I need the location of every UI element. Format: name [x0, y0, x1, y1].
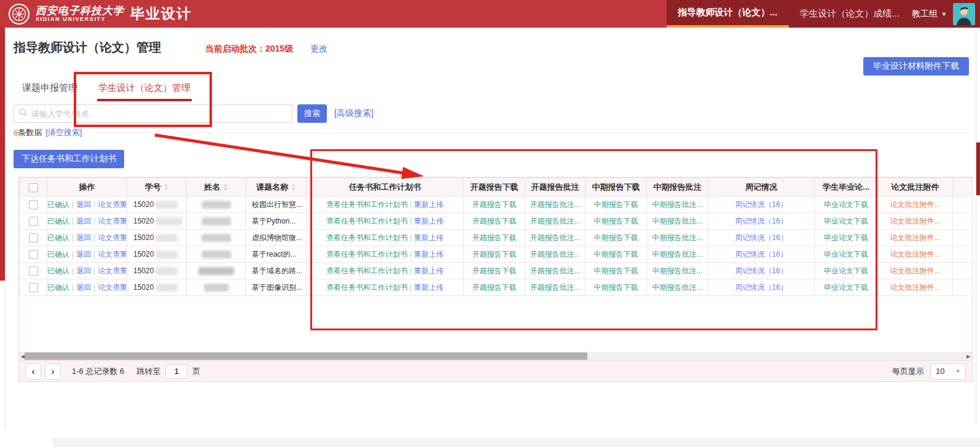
opening-report-annotation-link[interactable]: 开题报告批注...: [530, 266, 580, 275]
mid-report-download-link[interactable]: 中期报告下载: [594, 266, 638, 275]
opening-report-download-link[interactable]: 开题报告下载: [472, 283, 517, 292]
tab-topic-application[interactable]: 课题申报管理: [22, 82, 77, 101]
nav-tab-teacher-design[interactable]: 指导教师设计（论文）...: [667, 0, 789, 28]
confirm-link[interactable]: 已确认: [47, 250, 69, 258]
reupload-link[interactable]: 重新上传: [414, 266, 444, 275]
weekly-journal-link[interactable]: 周记情况（16）: [735, 283, 787, 292]
scrollbar-thumb[interactable]: [25, 352, 587, 360]
return-link[interactable]: 退回: [76, 233, 91, 242]
row-checkbox[interactable]: [29, 200, 38, 209]
weekly-journal-link[interactable]: 周记情况（16）: [735, 233, 787, 242]
mid-report-annotation-link[interactable]: 中期报告批注...: [652, 233, 702, 242]
row-checkbox[interactable]: [29, 233, 38, 243]
annotation-attachment-link[interactable]: 论文批注附件...: [890, 283, 940, 292]
annotation-attachment-link[interactable]: 论文批注附件...: [890, 200, 940, 209]
opening-report-download-link[interactable]: 开题报告下载: [472, 233, 517, 242]
annotation-attachment-link[interactable]: 论文批注附件...: [890, 250, 940, 258]
sort-arrows-icon[interactable]: ▲▼: [164, 184, 168, 191]
opening-report-download-link[interactable]: 开题报告下载: [472, 266, 517, 275]
plagiarism-check-link[interactable]: 论文查重: [98, 233, 127, 242]
return-link[interactable]: 退回: [76, 250, 91, 258]
mid-report-annotation-link[interactable]: 中期报告批注...: [652, 283, 702, 292]
opening-report-annotation-link[interactable]: 开题报告批注...: [530, 250, 580, 258]
reupload-link[interactable]: 重新上传: [414, 217, 444, 225]
return-link[interactable]: 退回: [76, 200, 91, 209]
sort-arrows-icon[interactable]: ▲▼: [291, 184, 296, 191]
mid-report-download-link[interactable]: 中期报告下载: [594, 233, 638, 242]
select-all-checkbox[interactable]: [29, 183, 38, 192]
view-task-book-link[interactable]: 查看任务书和工作计划书: [326, 233, 407, 242]
reupload-link[interactable]: 重新上传: [414, 233, 444, 242]
view-task-book-link[interactable]: 查看任务书和工作计划书: [326, 250, 407, 258]
user-group-label[interactable]: 教工组: [912, 9, 938, 20]
weekly-journal-link[interactable]: 周记情况（16）: [735, 250, 787, 258]
reupload-link[interactable]: 重新上传: [414, 200, 444, 209]
opening-report-annotation-link[interactable]: 开题报告批注...: [530, 233, 580, 242]
column-header[interactable]: 学号▲▼: [127, 178, 187, 196]
return-link[interactable]: 退回: [76, 283, 91, 292]
page-number-input[interactable]: [165, 364, 187, 379]
mid-report-download-link[interactable]: 中期报告下载: [594, 217, 638, 225]
reupload-link[interactable]: 重新上传: [414, 283, 444, 292]
return-link[interactable]: 退回: [76, 266, 91, 275]
confirm-link[interactable]: 已确认: [47, 217, 69, 225]
weekly-journal-link[interactable]: 周记情况（16）: [735, 217, 787, 225]
tab-student-design-management[interactable]: 学生设计（论文）管理: [98, 82, 190, 101]
thesis-download-link[interactable]: 毕业论文下载: [824, 266, 868, 275]
row-checkbox[interactable]: [29, 266, 38, 276]
thesis-download-link[interactable]: 毕业论文下载: [824, 233, 868, 242]
next-page-button[interactable]: ›: [45, 363, 61, 379]
confirm-link[interactable]: 已确认: [47, 200, 69, 209]
thesis-download-link[interactable]: 毕业论文下载: [824, 250, 868, 258]
mid-report-annotation-link[interactable]: 中期报告批注...: [652, 250, 702, 258]
opening-report-download-link[interactable]: 开题报告下载: [472, 200, 517, 209]
materials-download-button[interactable]: 毕业设计材料附件下载: [863, 57, 969, 76]
view-task-book-link[interactable]: 查看任务书和工作计划书: [326, 200, 407, 209]
thesis-download-link[interactable]: 毕业论文下载: [824, 283, 868, 292]
opening-report-download-link[interactable]: 开题报告下载: [472, 250, 517, 258]
chevron-down-icon[interactable]: ▼: [941, 11, 947, 17]
weekly-journal-link[interactable]: 周记情况（16）: [735, 200, 787, 209]
plagiarism-check-link[interactable]: 论文查重: [98, 217, 127, 225]
right-scrollbar-thumb[interactable]: [976, 142, 980, 195]
opening-report-annotation-link[interactable]: 开题报告批注...: [530, 200, 580, 209]
column-header[interactable]: 课题名称▲▼: [246, 178, 307, 196]
nav-tab-student-grades[interactable]: 学生设计（论文）成绩...: [789, 0, 911, 28]
thesis-download-link[interactable]: 毕业论文下载: [824, 200, 868, 209]
horizontal-scrollbar[interactable]: ◀ ▶: [19, 352, 972, 360]
return-link[interactable]: 退回: [76, 217, 91, 225]
plagiarism-check-link[interactable]: 论文查重: [98, 250, 127, 258]
opening-report-annotation-link[interactable]: 开题报告批注...: [530, 217, 580, 225]
view-task-book-link[interactable]: 查看任务书和工作计划书: [326, 283, 407, 292]
mid-report-download-link[interactable]: 中期报告下载: [594, 200, 638, 209]
plagiarism-check-link[interactable]: 论文查重: [98, 200, 127, 209]
confirm-link[interactable]: 已确认: [47, 233, 69, 242]
plagiarism-check-link[interactable]: 论文查重: [98, 283, 127, 292]
sort-arrows-icon[interactable]: ▲▼: [224, 184, 228, 191]
opening-report-download-link[interactable]: 开题报告下载: [472, 217, 517, 225]
per-page-select[interactable]: 10 ▼: [930, 363, 966, 379]
mid-report-annotation-link[interactable]: 中期报告批注...: [652, 266, 702, 275]
advanced-search-link[interactable]: [高级搜索]: [334, 108, 374, 119]
thesis-download-link[interactable]: 毕业论文下载: [824, 217, 868, 225]
mid-report-annotation-link[interactable]: 中期报告批注...: [652, 200, 702, 209]
confirm-link[interactable]: 已确认: [47, 283, 69, 292]
avatar[interactable]: [953, 3, 975, 25]
reupload-link[interactable]: 重新上传: [414, 250, 444, 258]
opening-report-annotation-link[interactable]: 开题报告批注...: [530, 283, 580, 292]
annotation-attachment-link[interactable]: 论文批注附件...: [890, 217, 940, 225]
weekly-journal-link[interactable]: 周记情况（16）: [735, 266, 787, 275]
clear-search-link[interactable]: [清空搜索]: [45, 127, 82, 138]
row-checkbox[interactable]: [29, 283, 38, 292]
confirm-link[interactable]: 已确认: [47, 266, 69, 275]
row-checkbox[interactable]: [29, 217, 38, 226]
column-header[interactable]: 姓名▲▼: [187, 178, 246, 196]
view-task-book-link[interactable]: 查看任务书和工作计划书: [326, 266, 407, 275]
plagiarism-check-link[interactable]: 论文查重: [98, 266, 127, 275]
search-input[interactable]: [31, 109, 287, 119]
annotation-attachment-link[interactable]: 论文批注附件...: [890, 233, 940, 242]
row-checkbox[interactable]: [29, 250, 38, 259]
mid-report-download-link[interactable]: 中期报告下载: [594, 283, 638, 292]
mid-report-annotation-link[interactable]: 中期报告批注...: [652, 217, 702, 225]
mid-report-download-link[interactable]: 中期报告下载: [594, 250, 638, 258]
